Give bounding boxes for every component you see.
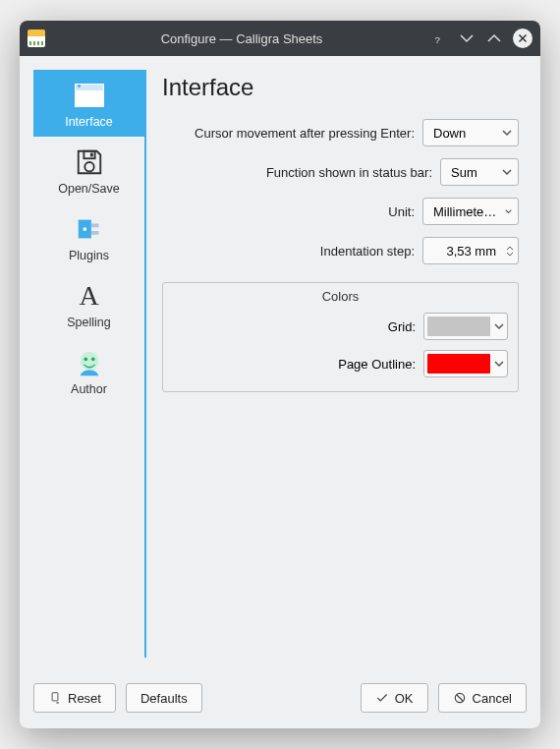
config-dialog: Configure — Calligra Sheets ? Interface — [20, 21, 540, 728]
outline-color-button[interactable] — [423, 350, 508, 377]
unit-label: Unit: — [388, 204, 415, 219]
svg-point-8 — [90, 357, 94, 361]
forbidden-icon — [453, 691, 467, 705]
button-label: Defaults — [140, 691, 188, 706]
colors-group: Colors Grid: Page Outline: — [162, 282, 519, 392]
chevron-down-icon — [502, 128, 512, 138]
minimize-icon[interactable] — [458, 29, 476, 47]
window-title: Configure — Calligra Sheets — [53, 31, 430, 46]
sidebar-item-plugins[interactable]: Plugins — [33, 203, 144, 270]
sidebar-item-label: Interface — [65, 115, 113, 129]
titlebar: Configure — Calligra Sheets ? — [20, 21, 540, 56]
outline-color-swatch — [427, 354, 490, 374]
button-label: Reset — [68, 691, 101, 706]
sidebar-item-opensave[interactable]: Open/Save — [33, 137, 144, 203]
floppy-icon — [74, 146, 105, 178]
svg-point-5 — [83, 227, 86, 231]
ok-button[interactable]: OK — [361, 683, 428, 713]
spin-up-icon[interactable] — [506, 246, 514, 251]
main-panel: Interface Cursor movement after pressing… — [146, 70, 527, 658]
reset-icon — [48, 691, 62, 705]
combo-value: Sum — [451, 165, 477, 180]
svg-point-3 — [84, 162, 93, 171]
indent-spinbox[interactable]: 3,53 mm — [422, 237, 519, 264]
outline-color-label: Page Outline: — [338, 357, 416, 372]
sidebar: Interface Open/Save Plugins A Spelling — [33, 70, 146, 658]
check-icon — [375, 691, 389, 705]
cursor-movement-combo[interactable]: Down — [422, 119, 519, 146]
unit-combo[interactable]: Millimeters (mm) — [422, 198, 519, 225]
window-icon — [74, 80, 105, 111]
sidebar-item-label: Author — [71, 382, 107, 396]
sidebar-item-author[interactable]: Author — [33, 337, 144, 404]
cancel-button[interactable]: Cancel — [438, 683, 527, 713]
help-icon[interactable]: ? — [430, 29, 448, 47]
maximize-icon[interactable] — [485, 29, 503, 47]
svg-rect-9 — [52, 693, 58, 701]
svg-point-7 — [84, 357, 87, 361]
page-title: Interface — [162, 74, 519, 101]
chevron-down-icon — [505, 206, 512, 216]
spin-down-icon[interactable] — [506, 252, 514, 257]
sidebar-item-label: Open/Save — [58, 182, 120, 196]
sidebar-item-interface[interactable]: Interface — [33, 70, 144, 137]
person-icon — [74, 347, 105, 378]
sidebar-item-label: Spelling — [67, 316, 110, 329]
svg-rect-1 — [84, 151, 94, 159]
svg-rect-2 — [89, 153, 92, 157]
svg-text:?: ? — [435, 34, 441, 45]
function-combo[interactable]: Sum — [440, 158, 519, 186]
group-title: Colors — [163, 289, 518, 304]
letter-a-icon: A — [74, 280, 105, 312]
cursor-movement-label: Cursor movement after pressing Enter: — [195, 126, 415, 141]
chevron-down-icon — [502, 167, 512, 177]
grid-color-button[interactable] — [423, 313, 508, 340]
chevron-down-icon — [494, 321, 504, 331]
combo-value: Millimeters (mm) — [433, 204, 499, 219]
button-label: Cancel — [473, 691, 512, 706]
sidebar-item-label: Plugins — [69, 249, 109, 262]
grid-color-swatch — [427, 317, 490, 336]
spin-value: 3,53 mm — [433, 244, 500, 259]
dialog-footer: Reset Defaults OK Cancel — [20, 671, 540, 728]
function-label: Function shown in status bar: — [266, 165, 432, 180]
plugin-icon — [74, 213, 105, 245]
sidebar-item-spelling[interactable]: A Spelling — [33, 270, 144, 337]
indent-label: Indentation step: — [320, 244, 415, 259]
grid-color-label: Grid: — [388, 319, 416, 334]
button-label: OK — [395, 691, 414, 706]
chevron-down-icon — [494, 359, 504, 369]
combo-value: Down — [433, 126, 466, 141]
app-icon — [28, 29, 45, 47]
close-icon[interactable] — [513, 29, 532, 48]
defaults-button[interactable]: Defaults — [126, 683, 202, 713]
reset-button[interactable]: Reset — [33, 683, 116, 713]
